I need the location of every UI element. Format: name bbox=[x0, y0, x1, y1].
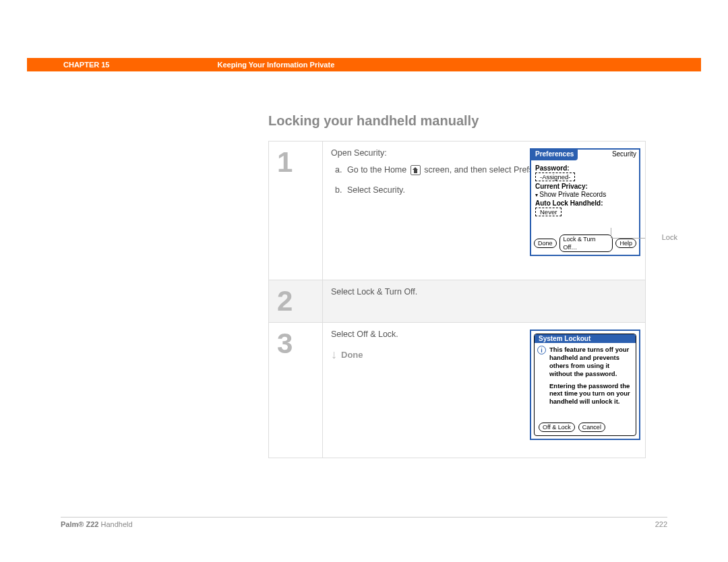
chapter-label: CHAPTER 15 bbox=[63, 61, 109, 69]
palm-category: Security bbox=[609, 150, 639, 160]
autolock-label: Auto Lock Handheld: bbox=[535, 199, 635, 207]
step-number: 1 bbox=[277, 148, 314, 177]
step-row-2: 2 Select Lock & Turn Off. bbox=[269, 280, 646, 323]
page-number: 222 bbox=[655, 520, 667, 528]
chapter-title: Keeping Your Information Private bbox=[217, 61, 334, 69]
substep-letter: b. bbox=[335, 185, 347, 197]
dialog-title: System Lockout bbox=[535, 334, 636, 343]
info-icon: i bbox=[537, 346, 546, 354]
steps-table: 1 Open Security: a. Go to the Home scree… bbox=[268, 141, 646, 458]
home-icon bbox=[411, 165, 421, 175]
main-content: Locking your handheld manually 1 Open Se… bbox=[268, 113, 667, 458]
step2-text: Select Lock & Turn Off. bbox=[331, 287, 637, 296]
palm-tab-preferences: Preferences bbox=[531, 150, 578, 160]
palm-lockoff-button: Lock & Turn Off… bbox=[559, 235, 613, 252]
footer-brand: Palm® Z22 Handheld bbox=[61, 520, 133, 528]
cancel-button: Cancel bbox=[578, 423, 605, 432]
dialog-para1: This feature turns off your handheld and… bbox=[549, 346, 632, 378]
callout-line bbox=[611, 238, 645, 239]
palm-lockout-screenshot: System Lockout i This feature turns off … bbox=[530, 330, 640, 440]
step-number: 3 bbox=[277, 330, 314, 358]
page-heading: Locking your handheld manually bbox=[268, 113, 667, 129]
dialog-para2: Entering the password the next time you … bbox=[549, 382, 632, 406]
page-footer: Palm® Z22 Handheld 222 bbox=[61, 517, 667, 528]
privacy-label: Current Privacy: bbox=[535, 183, 635, 190]
step-row-3: 3 Select Off & Lock. ↓ Done System Locko… bbox=[269, 323, 646, 458]
autolock-field: Never bbox=[535, 208, 562, 216]
palm-help-button: Help bbox=[615, 239, 636, 248]
palm-preferences-screenshot: Preferences Security Password: -Assigned… bbox=[530, 148, 640, 256]
step-row-1: 1 Open Security: a. Go to the Home scree… bbox=[269, 142, 646, 280]
palm-done-button: Done bbox=[534, 239, 557, 248]
substep-letter: a. bbox=[335, 164, 347, 177]
done-label: Done bbox=[341, 350, 363, 360]
done-arrow-icon: ↓ bbox=[331, 348, 337, 361]
password-field: -Assigned- bbox=[535, 173, 575, 181]
password-label: Password: bbox=[535, 164, 635, 172]
chapter-header-bar: CHAPTER 15 Keeping Your Information Priv… bbox=[27, 58, 701, 71]
lock-callout: Lock bbox=[662, 233, 677, 241]
step-number: 2 bbox=[277, 287, 314, 315]
privacy-dropdown: Show Private Records bbox=[535, 191, 635, 198]
off-lock-button: Off & Lock bbox=[539, 423, 575, 432]
